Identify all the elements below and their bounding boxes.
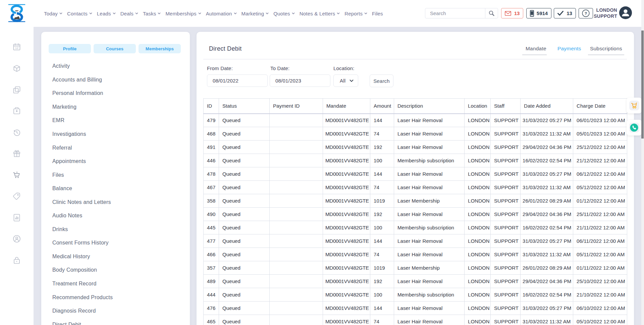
svg-text:12: 12 xyxy=(15,46,18,50)
